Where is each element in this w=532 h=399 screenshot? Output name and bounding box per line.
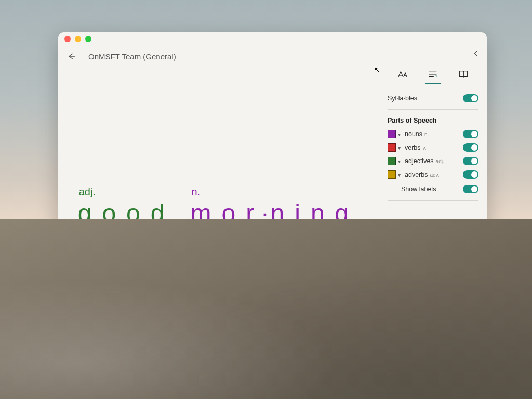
window-body: OnMSFT Team (General) ↖ adj. good n. mor… <box>58 46 487 380</box>
divider <box>388 200 478 201</box>
tab-grammar-options[interactable] <box>424 66 442 82</box>
close-sidebar-button[interactable] <box>471 50 482 60</box>
chevron-down-icon[interactable]: ▾ <box>398 145 401 151</box>
swatch-adverbs[interactable] <box>388 170 396 179</box>
word-1: adj. good <box>78 186 175 228</box>
chevron-down-icon[interactable]: ▾ <box>398 131 401 137</box>
show-labels-row: Show labels <box>388 181 478 197</box>
phrase: adj. good n. mor·ning <box>78 186 360 228</box>
pos-row-verbs: ▾ verbsv. <box>388 141 478 154</box>
desktop-background: OnMSFT Team (General) ↖ adj. good n. mor… <box>0 0 532 399</box>
audio-settings-button[interactable] <box>226 352 241 366</box>
chevron-down-icon[interactable]: ▾ <box>398 158 401 164</box>
show-labels-label: Show labels <box>401 185 463 193</box>
chevron-down-icon[interactable]: ▾ <box>398 172 401 178</box>
word-1-text: good <box>78 199 175 228</box>
reading-canvas: adj. good n. mor·ning <box>58 63 379 350</box>
word-2: n. mor·ning <box>191 186 360 228</box>
back-button[interactable] <box>64 49 79 63</box>
toggle-nouns[interactable] <box>463 130 478 138</box>
pos-row-adverbs: ▾ adverbsadv. <box>388 168 478 181</box>
pos-row-adjectives: ▾ adjectivesadj. <box>388 154 478 168</box>
pos-row-nouns: ▾ nounsn. <box>388 127 478 141</box>
play-button[interactable] <box>197 350 215 368</box>
pos-label-nouns: nounsn. <box>405 130 463 138</box>
window-titlebar <box>58 32 487 46</box>
toggle-verbs[interactable] <box>463 143 478 152</box>
main-pane: OnMSFT Team (General) ↖ adj. good n. mor… <box>58 46 379 380</box>
tab-text-preferences[interactable] <box>394 66 411 82</box>
parts-of-speech-title: Parts of Speech <box>388 115 478 127</box>
window-minimize-button[interactable] <box>75 36 81 42</box>
page-title: OnMSFT Team (General) <box>88 52 176 61</box>
sidebar-tabs <box>388 66 478 82</box>
pos-label-adverbs: adverbsadv. <box>405 171 463 178</box>
word-1-pos-label: adj. <box>79 186 96 198</box>
syllables-label: Syl·la·bles <box>388 95 463 102</box>
swatch-adjectives[interactable] <box>388 157 396 165</box>
header: OnMSFT Team (General) <box>58 46 379 63</box>
swatch-nouns[interactable] <box>388 130 396 138</box>
pos-label-verbs: verbsv. <box>405 144 463 151</box>
divider <box>388 109 478 110</box>
swatch-verbs[interactable] <box>388 143 396 152</box>
window-close-button[interactable] <box>64 36 71 42</box>
help-button[interactable]: ? <box>471 366 481 375</box>
word-2-pos-label: n. <box>192 186 201 198</box>
window-maximize-button[interactable] <box>85 36 91 42</box>
grammar-options-sidebar: Syl·la·bles Parts of Speech ▾ nounsn. ▾ <box>379 46 487 380</box>
immersive-reader-window: OnMSFT Team (General) ↖ adj. good n. mor… <box>58 32 487 380</box>
toggle-adjectives[interactable] <box>463 157 478 165</box>
playback-controls <box>58 350 379 380</box>
svg-point-0 <box>235 361 237 363</box>
syllables-toggle[interactable] <box>463 94 478 102</box>
toggle-show-labels[interactable] <box>463 185 478 193</box>
word-2-text: mor·ning <box>191 199 360 228</box>
tab-reading-preferences[interactable] <box>455 66 472 82</box>
syllables-row: Syl·la·bles <box>388 90 478 106</box>
pos-label-adjectives: adjectivesadj. <box>405 157 463 165</box>
toggle-adverbs[interactable] <box>463 170 478 179</box>
